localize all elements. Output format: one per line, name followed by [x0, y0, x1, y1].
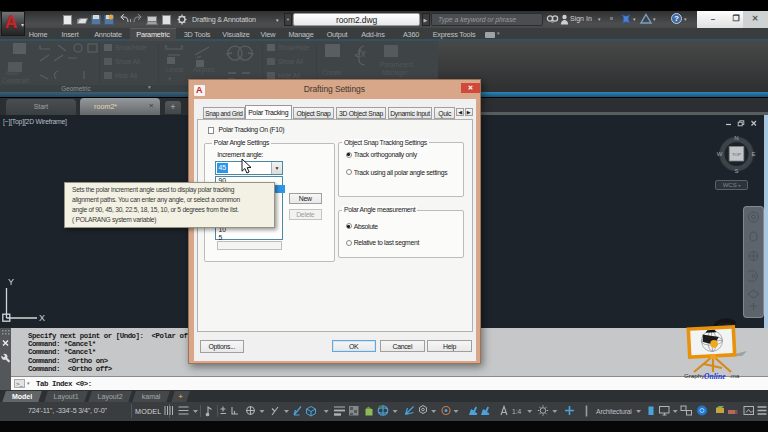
svg-text:Hide All: Hide All	[278, 72, 301, 79]
svg-text:Constrain: Constrain	[2, 77, 30, 84]
svg-text:Create: Create	[322, 69, 342, 76]
svg-text:X: X	[39, 313, 45, 323]
svg-text:W: W	[717, 151, 723, 157]
svg-text:Hide All: Hide All	[115, 72, 138, 79]
svg-text:S: S	[734, 168, 738, 174]
svg-text:Show/Hide: Show/Hide	[278, 44, 310, 51]
svg-text:Aligned: Aligned	[193, 66, 215, 74]
svg-text:▾: ▾	[168, 75, 172, 82]
svg-text:Show/Hide: Show/Hide	[115, 44, 147, 51]
svg-text:N: N	[734, 135, 738, 141]
svg-text:Show All: Show All	[115, 58, 140, 65]
svg-text:fx: fx	[358, 48, 367, 59]
svg-text:Architectural: Architectural	[596, 408, 632, 415]
svg-text:Online: Online	[704, 372, 726, 381]
svg-text:TOP: TOP	[732, 152, 741, 157]
svg-text:Y: Y	[8, 277, 14, 287]
svg-text:Parameters: Parameters	[380, 61, 414, 68]
svg-text:Show All: Show All	[278, 58, 303, 65]
svg-text:Manager: Manager	[382, 69, 408, 77]
svg-text:Graphy: Graphy	[684, 372, 705, 379]
svg-text:Linear: Linear	[166, 66, 185, 73]
svg-text:.ma: .ma	[730, 373, 740, 379]
svg-text:E: E	[751, 151, 755, 157]
svg-text:Auto: Auto	[6, 69, 20, 76]
svg-text:1:4: 1:4	[512, 408, 521, 415]
